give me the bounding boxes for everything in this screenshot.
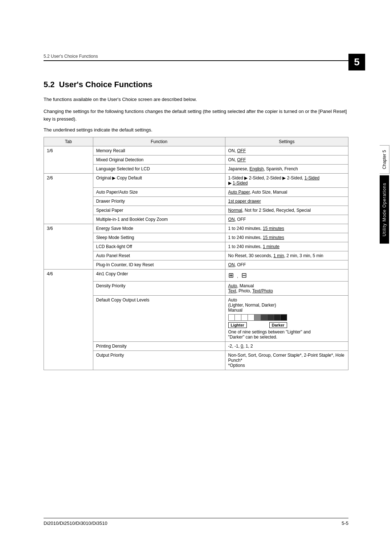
function-memory-recall: Memory Recall bbox=[93, 146, 225, 155]
tab-3-6: 3/6 bbox=[44, 224, 93, 270]
settings-auto-panel-reset: No Reset, 30 seconds, 1 min, 2 min, 3 mi… bbox=[225, 251, 348, 260]
settings-4in1-copy: ⊞ , ⊟ bbox=[225, 270, 348, 281]
section-title: 5.2User's Choice Functions bbox=[44, 80, 348, 89]
function-default-copy-output: Default Copy Output Levels bbox=[93, 296, 225, 342]
function-auto-panel-reset: Auto Panel Reset bbox=[93, 251, 225, 260]
table-row: 4/6 4in1 Copy Order ⊞ , ⊟ bbox=[44, 270, 348, 281]
table-row: 3/6 Energy Save Mode 1 to 240 minutes, 1… bbox=[44, 224, 348, 233]
tab-2-6: 2/6 bbox=[44, 174, 93, 224]
default-note: The underlined settings indicate the def… bbox=[44, 127, 348, 133]
density-description: One of nine settings between "Lighter" a… bbox=[228, 329, 345, 340]
settings-table: Tab Function Settings 1/6 Memory Recall … bbox=[44, 137, 348, 370]
settings-default-copy-output: Auto(Lighter, Normal, Darker)Manual bbox=[225, 296, 348, 342]
settings-printing-density: -2, -1, 0, 1, 2 bbox=[225, 342, 348, 351]
settings-plugin-counter: ON, OFF bbox=[225, 260, 348, 270]
settings-language-lcd: Japanese, English, Spanish, French bbox=[225, 165, 348, 174]
function-4in1-copy: 4in1 Copy Order bbox=[93, 270, 225, 281]
settings-special-paper: Normal, Not for 2 Sided, Recycled, Speci… bbox=[225, 206, 348, 215]
tab-1-6: 1/6 bbox=[44, 146, 93, 174]
table-row: 2/6 Original ▶ Copy Default 1-Sided ▶ 2-… bbox=[44, 174, 348, 188]
function-original-copy: Original ▶ Copy Default bbox=[93, 174, 225, 188]
function-language-lcd: Language Selected for LCD bbox=[93, 165, 225, 174]
settings-sleep-mode: 1 to 240 minutes, 15 minutes bbox=[225, 233, 348, 242]
lighter-label: Lighter bbox=[228, 322, 247, 328]
table-row: 1/6 Memory Recall ON, OFF bbox=[44, 146, 348, 155]
function-sleep-mode: Sleep Mode Setting bbox=[93, 233, 225, 242]
function-lcd-backlight: LCD Back-light Off bbox=[93, 242, 225, 251]
function-density-priority: Density Priority bbox=[93, 281, 225, 296]
settings-energy-save: 1 to 240 minutes, 15 minutes bbox=[225, 224, 348, 233]
darker-label: Darker bbox=[269, 322, 287, 328]
function-auto-paper: Auto Paper/Auto Size bbox=[93, 188, 225, 197]
settings-lcd-backlight: 1 to 240 minutes, 1 minute bbox=[225, 242, 348, 251]
settings-memory-recall: ON, OFF bbox=[225, 146, 348, 155]
function-energy-save: Energy Save Mode bbox=[93, 224, 225, 233]
function-special-paper: Special Paper bbox=[93, 206, 225, 215]
intro-paragraph-1: The functions available on the User's Ch… bbox=[44, 96, 348, 104]
chapter-tab: Chapter 5 bbox=[380, 145, 389, 174]
function-multiple-in-1: Multiple-in-1 and Booklet Copy Zoom bbox=[93, 215, 225, 224]
intro-paragraph-2: Changing the settings for the following … bbox=[44, 108, 348, 123]
function-plugin-counter: Plug-In Counter, ID key Reset bbox=[93, 260, 225, 270]
function-drawer-priority: Drawer Priority bbox=[93, 197, 225, 206]
settings-output-priority: Non-Sort, Sort, Group, Corner Staple*, 2… bbox=[225, 351, 348, 370]
breadcrumb: 5.2 User's Choice Functions bbox=[44, 54, 98, 59]
settings-drawer-priority: 1st paper drawer bbox=[225, 197, 348, 206]
footer: Di2010/Di2510/Di3010/Di3510 5-5 bbox=[44, 518, 348, 526]
tab-4-6: 4/6 bbox=[44, 270, 93, 370]
chapter-number-header: 5 bbox=[348, 54, 365, 70]
function-mixed-original: Mixed Original Detection bbox=[93, 155, 225, 165]
settings-multiple-in-1: ON, OFF bbox=[225, 215, 348, 224]
settings-mixed-original: ON, OFF bbox=[225, 155, 348, 165]
col-header-tab: Tab bbox=[44, 137, 93, 146]
settings-original-copy: 1-Sided ▶ 2-Sided, 2-Sided ▶ 2-Sided, 1-… bbox=[225, 174, 348, 188]
page-container: 5.2 User's Choice Functions 5 5.2User's … bbox=[0, 0, 392, 555]
footer-right: 5-5 bbox=[342, 520, 348, 526]
col-header-settings: Settings bbox=[225, 137, 348, 146]
settings-density-priority: Auto, ManualText, Photo, Text/Photo bbox=[225, 281, 348, 296]
col-header-function: Function bbox=[93, 137, 225, 146]
footer-left: Di2010/Di2510/Di3010/Di3510 bbox=[44, 520, 107, 526]
main-content: 5.2User's Choice Functions The functions… bbox=[44, 80, 348, 377]
utility-mode-tab: Utility Mode Operations bbox=[380, 175, 389, 244]
function-output-priority: Output Priority bbox=[93, 351, 225, 370]
function-printing-density: Printing Density bbox=[93, 342, 225, 351]
settings-auto-paper: Auto Paper, Auto Size, Manual bbox=[225, 188, 348, 197]
right-sidebar-tabs: Chapter 5 Utility Mode Operations bbox=[377, 145, 392, 243]
